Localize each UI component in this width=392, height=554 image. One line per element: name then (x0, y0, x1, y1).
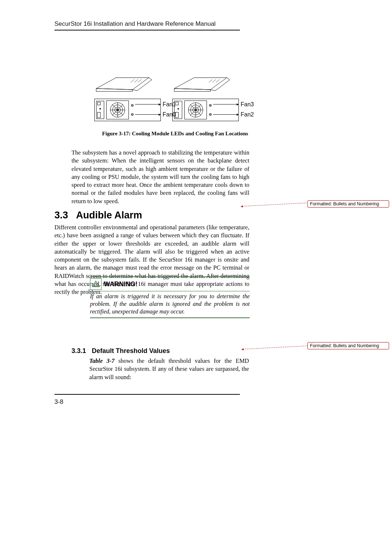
fan-label: Fan3 (241, 101, 254, 108)
subsection-heading-3-3-1: 3.3.1 Default Threshold Values (72, 347, 170, 355)
subsection-3-3-1-body: Table 3-7 shows the default threshold va… (89, 357, 249, 381)
fan-grille-icon (106, 100, 129, 119)
document-page: SecurStor 16i Installation and Hardware … (0, 0, 392, 554)
section-title: Audible Alarm (76, 210, 142, 221)
header-rule (54, 30, 240, 30)
fan-box-left: Fan1 Fan0 (94, 99, 161, 121)
body-paragraph: The subsystem has a novel approach to st… (72, 149, 249, 205)
subsection-title: Default Threshold Values (92, 347, 170, 355)
revision-callout: Formatted: Bullets and Numbering (307, 342, 389, 349)
section-heading-3-3: 3.3 Audible Alarm (54, 210, 142, 221)
revision-callout: Formatted: Bullets and Numbering (307, 200, 389, 208)
warning-text: If an alarm is triggered it is necessary… (90, 291, 250, 318)
section-number: 3.3 (54, 210, 68, 221)
warning-title: WARNING! (104, 280, 138, 288)
page-number: 3-8 (54, 398, 64, 406)
warning-box: WARNING! If an alarm is triggered it is … (90, 276, 250, 318)
fan-module-right: Fan3 Fan2 (172, 77, 243, 121)
fan-led-indicators (209, 104, 212, 116)
fan-led-indicators (131, 104, 134, 116)
fan-box-right: Fan3 Fan2 (172, 99, 239, 121)
subsection-number: 3.3.1 (72, 347, 86, 355)
figure-caption: Figure 3-17: Cooling Module LEDs and Coo… (54, 131, 296, 137)
running-header: SecurStor 16i Installation and Hardware … (54, 20, 216, 28)
table-reference: Table 3-7 (89, 357, 114, 364)
revision-leader-line (242, 203, 307, 206)
warning-header: WARNING! (90, 276, 250, 291)
figure-cooling-modules: Fan1 Fan0 (94, 77, 243, 121)
fan-chassis-sketch (94, 77, 165, 92)
fan-label: Fan2 (241, 111, 254, 118)
fan-connector-icon (96, 101, 104, 119)
fan-connector-icon (174, 101, 182, 119)
fan-module-left: Fan1 Fan0 (94, 77, 165, 121)
fan-chassis-sketch (172, 77, 243, 92)
footer-rule (54, 394, 240, 395)
fan-grille-icon (184, 100, 207, 119)
warning-triangle-icon (90, 278, 102, 290)
revision-leader-line (243, 346, 308, 349)
